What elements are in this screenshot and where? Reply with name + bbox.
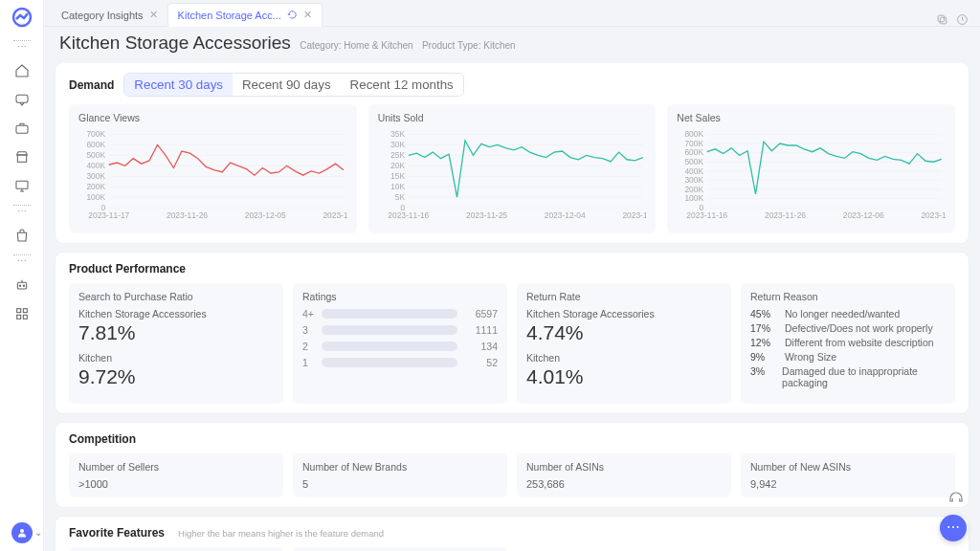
svg-rect-9 — [23, 309, 27, 313]
svg-rect-11 — [23, 315, 27, 319]
range-90-days[interactable]: Recent 90 days — [233, 74, 341, 96]
metric-label: Kitchen — [526, 352, 722, 364]
tab-kitchen-storage[interactable]: Kitchen Storage Acc... ✕ — [167, 3, 323, 27]
competition-card: Number of Sellers>1000 — [69, 453, 283, 497]
svg-text:200K: 200K — [685, 185, 704, 194]
tab-bar: Category Insights ✕ Kitchen Storage Acc.… — [44, 0, 980, 27]
competition-card: Number of New Brands5 — [293, 453, 507, 497]
svg-rect-10 — [16, 315, 20, 319]
svg-text:30K: 30K — [390, 140, 405, 149]
chart-title: Glance Views — [78, 112, 347, 123]
svg-text:2023-12-04: 2023-12-04 — [544, 210, 585, 220]
app-logo-icon[interactable] — [11, 6, 33, 29]
section-title-favorite-features: Favorite Features — [69, 526, 165, 540]
net-sales-chart: Net Sales 0100K200K300K400K500K600K700K8… — [667, 104, 955, 233]
competition-card: Number of ASINs253,686 — [517, 453, 731, 497]
svg-text:700K: 700K — [685, 139, 704, 148]
color-feature-card: Color BlackWhiteMultiGreyClearBlueBeige — [293, 547, 507, 551]
svg-text:200K: 200K — [86, 182, 105, 191]
ratings-row: 4+6597 — [302, 308, 498, 320]
svg-text:2023-12-13: 2023-12-13 — [622, 210, 646, 220]
favorite-features-panel: Favorite Features Higher the bar means h… — [56, 517, 969, 551]
store-icon[interactable] — [6, 143, 38, 170]
return-rate-card: Return Rate Kitchen Storage Accessories … — [517, 283, 731, 404]
metric-value: 4.01% — [526, 365, 722, 388]
close-icon[interactable]: ✕ — [303, 9, 312, 21]
svg-text:5K: 5K — [394, 192, 405, 202]
svg-text:100K: 100K — [86, 192, 105, 202]
svg-point-6 — [19, 285, 20, 286]
chart-title: Units Sold — [378, 112, 647, 123]
return-reason-row: 45%No longer needed/wanted — [750, 308, 946, 320]
tab-category-insights[interactable]: Category Insights ✕ — [52, 4, 167, 26]
metric-label: Kitchen Storage Accessories — [78, 308, 274, 320]
chat-icon[interactable] — [6, 86, 38, 113]
ratings-row: 31111 — [302, 324, 498, 336]
tab-label: Kitchen Storage Acc... — [178, 10, 281, 21]
support-icon[interactable] — [946, 488, 967, 509]
range-12-months[interactable]: Recent 12 months — [341, 74, 463, 96]
robot-icon[interactable] — [6, 272, 38, 298]
card-title: Search to Purchase Ratio — [78, 291, 274, 302]
ratings-row: 152 — [302, 357, 498, 368]
svg-text:20K: 20K — [390, 161, 405, 170]
svg-text:2023-11-25: 2023-11-25 — [466, 210, 507, 220]
copy-icon[interactable] — [936, 13, 948, 26]
return-reason-row: 12%Different from website description — [750, 337, 946, 348]
svg-rect-3 — [17, 155, 26, 162]
performance-panel: Product Performance Search to Purchase R… — [56, 253, 969, 413]
return-reason-row: 3%Damaged due to inappropriate packaging — [750, 365, 946, 388]
card-title: Return Reason — [750, 291, 946, 302]
user-avatar[interactable]: ⌄ — [11, 522, 33, 543]
svg-rect-8 — [16, 309, 20, 313]
section-title-competition: Competition — [69, 432, 136, 446]
search-purchase-ratio-card: Search to Purchase Ratio Kitchen Storage… — [69, 283, 283, 404]
shopping-bag-icon[interactable] — [6, 222, 38, 249]
svg-text:15K: 15K — [390, 171, 405, 181]
svg-rect-13 — [940, 17, 947, 23]
range-30-days[interactable]: Recent 30 days — [124, 74, 233, 96]
divider-icon: ⋯ — [13, 40, 31, 52]
glance-views-chart: Glance Views 0100K200K300K400K500K600K70… — [69, 104, 357, 233]
chart-title: Net Sales — [677, 112, 946, 123]
history-icon[interactable] — [956, 13, 969, 26]
competition-panel: Competition Number of Sellers>1000Number… — [56, 423, 969, 507]
section-subtitle: Higher the bar means higher is the featu… — [178, 528, 384, 539]
svg-text:25K: 25K — [390, 150, 405, 160]
svg-text:2023-11-16: 2023-11-16 — [388, 210, 429, 220]
refresh-icon[interactable] — [287, 10, 298, 20]
briefcase-icon[interactable] — [6, 115, 38, 142]
breadcrumb-category: Category: Home & Kitchen — [300, 40, 412, 51]
svg-point-7 — [23, 285, 24, 286]
metric-value: 4.74% — [526, 321, 722, 344]
demand-panel: Demand Recent 30 days Recent 90 days Rec… — [56, 63, 969, 243]
svg-rect-14 — [938, 15, 945, 22]
more-actions-fab[interactable] — [940, 515, 967, 541]
tab-label: Category Insights — [61, 10, 144, 21]
breadcrumb-product-type: Product Type: Kitchen — [422, 40, 516, 51]
close-icon[interactable]: ✕ — [149, 9, 158, 21]
return-reason-row: 17%Defective/Does not work properly — [750, 322, 946, 334]
page-header: Kitchen Storage Accessories Category: Ho… — [44, 27, 980, 63]
apps-grid-icon[interactable] — [6, 300, 38, 327]
svg-text:2023-12-14: 2023-12-14 — [323, 210, 346, 220]
svg-rect-2 — [16, 125, 28, 133]
svg-rect-5 — [17, 282, 26, 289]
svg-text:2023-11-26: 2023-11-26 — [765, 210, 806, 220]
chevron-down-icon: ⌄ — [34, 527, 42, 538]
card-title: Return Rate — [526, 291, 722, 302]
ratings-card: Ratings 4+6597311112134152 — [293, 283, 507, 404]
home-icon[interactable] — [6, 57, 38, 84]
metric-label: Kitchen — [78, 352, 274, 364]
divider-icon: ⋯ — [13, 254, 31, 266]
monitor-icon[interactable] — [6, 172, 38, 199]
svg-text:500K: 500K — [685, 157, 704, 166]
svg-text:35K: 35K — [390, 129, 405, 139]
svg-text:300K: 300K — [685, 175, 704, 185]
divider-icon: ⋯ — [13, 205, 31, 216]
metric-label: Kitchen Storage Accessories — [526, 308, 722, 320]
svg-text:500K: 500K — [86, 150, 105, 160]
svg-text:2023-11-16: 2023-11-16 — [687, 210, 728, 220]
svg-text:2023-12-06: 2023-12-06 — [843, 210, 884, 220]
time-range-segment: Recent 30 days Recent 90 days Recent 12 … — [123, 73, 463, 97]
